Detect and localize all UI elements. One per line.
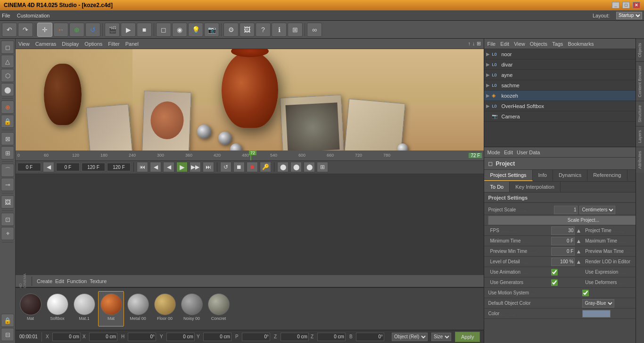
mintime-spinner[interactable]: ▲	[576, 238, 581, 244]
timeline-btn[interactable]: ⊡	[1, 213, 14, 226]
panel-menu[interactable]: Panel	[125, 41, 139, 47]
obj-edit-menu[interactable]: Edit	[500, 41, 509, 47]
obj-file-menu[interactable]: File	[487, 41, 495, 47]
side-tab-structure[interactable]: Structure	[636, 101, 644, 126]
polygon-btn[interactable]: △	[1, 55, 14, 68]
obj-row-overhead[interactable]: ▶ L0 OverHead Softbox	[484, 101, 644, 111]
render-view-btn[interactable]: 🖼	[1, 195, 14, 209]
sphere-btn[interactable]: ◉	[172, 23, 187, 37]
step-back-btn[interactable]: ◀	[150, 162, 161, 172]
tab-info[interactable]: Info	[533, 170, 553, 181]
layout-select[interactable]: Startup	[616, 12, 642, 19]
tab-project-settings[interactable]: Project Settings	[484, 170, 532, 181]
use-motion-checkbox[interactable]	[582, 290, 589, 296]
close-btn[interactable]: ✕	[633, 2, 640, 8]
lock-btn[interactable]: 🔒	[1, 314, 14, 327]
z2-input[interactable]	[317, 333, 346, 341]
render-btn[interactable]: 🖼	[239, 23, 255, 37]
edge-btn[interactable]: ⬡	[1, 69, 14, 82]
constraint-btn[interactable]: 🔒	[1, 115, 14, 128]
loop-btn[interactable]: ↺	[220, 162, 231, 172]
mat-item-2[interactable]: Mat.1	[71, 291, 97, 326]
key-nav-btn2[interactable]: ⬤	[290, 162, 302, 172]
play-btn[interactable]: ▶	[121, 23, 136, 37]
axis-btn[interactable]: ⊕	[1, 100, 14, 114]
bend-btn[interactable]: ⌒	[1, 164, 14, 177]
info-btn[interactable]: ℹ	[272, 23, 287, 37]
obj-view-menu[interactable]: View	[514, 41, 525, 47]
range-end-input[interactable]	[107, 163, 131, 171]
end-frame-input[interactable]	[82, 163, 105, 171]
render-settings-btn[interactable]: ⚙	[223, 23, 239, 37]
lod-input[interactable]	[551, 258, 575, 266]
color-swatch[interactable]	[582, 310, 611, 318]
z-input[interactable]	[281, 333, 309, 341]
obj-row-koozeh[interactable]: ▶ ◈ koozeh ✓	[484, 91, 644, 101]
mat-item-6[interactable]: Noisy 00	[179, 291, 205, 326]
scale-project-btn[interactable]: Scale Project...	[488, 216, 644, 225]
redo-btn[interactable]: ↷	[18, 23, 33, 37]
jump-start-btn[interactable]: ⏮	[137, 162, 148, 172]
vp-settings-icon[interactable]: ⊞	[477, 41, 481, 47]
side-tab-content[interactable]: Content Browser	[636, 61, 644, 101]
play-forward-btn[interactable]: ◀	[163, 162, 174, 172]
key-nav-btn3[interactable]: ⬤	[304, 162, 315, 172]
mat-item-3[interactable]: Mat	[98, 291, 124, 326]
window-btn[interactable]: ⊞	[288, 23, 303, 37]
obj-row-noor[interactable]: ▶ L0 noor	[484, 49, 644, 59]
cube-btn[interactable]: ◻	[156, 23, 171, 37]
menu-customization[interactable]: Customization	[17, 13, 50, 18]
obj-objects-menu[interactable]: Objects	[530, 41, 547, 47]
attr-mode-btn[interactable]: Mode	[487, 150, 500, 155]
preview-min-time-input[interactable]	[551, 247, 575, 256]
menu-file[interactable]: File	[2, 13, 10, 18]
side-tab-layers[interactable]: Layers	[636, 126, 644, 147]
step-fwd-btn[interactable]: ▶▶	[190, 162, 201, 172]
light-btn[interactable]: 💡	[188, 23, 203, 37]
start-frame-input[interactable]	[56, 163, 80, 171]
obj-row-sachme[interactable]: ▶ L0 sachme	[484, 80, 644, 91]
tab-key-interpolation[interactable]: Key Interpolation	[510, 182, 561, 192]
mat-texture-menu[interactable]: Texture	[90, 278, 107, 284]
camera-view-btn[interactable]: ⌖	[1, 227, 14, 240]
side-tab-attr[interactable]: Attributes	[636, 147, 644, 173]
min-time-input[interactable]	[551, 237, 575, 245]
vp-expand-icon[interactable]: ↑	[468, 41, 471, 47]
display-menu[interactable]: Display	[62, 41, 79, 47]
side-tab-objects[interactable]: Objects	[636, 39, 644, 61]
use-anim-checkbox[interactable]	[551, 269, 558, 276]
cam-btn[interactable]: 📷	[204, 23, 219, 37]
rotate-tool-btn[interactable]: ↺	[85, 23, 100, 37]
apply-button[interactable]: Apply	[455, 332, 480, 342]
obj-tags-menu[interactable]: Tags	[552, 41, 563, 47]
frame-back-btn[interactable]: ◀	[43, 162, 54, 172]
jump-end-btn[interactable]: ⏭	[203, 162, 214, 172]
timeline-track[interactable]	[16, 174, 484, 276]
size-select[interactable]: Size	[431, 333, 451, 341]
scale-tool-btn[interactable]: ⊕	[69, 23, 84, 37]
attr-edit-btn[interactable]: Edit	[504, 150, 513, 155]
coord-mode-select[interactable]: Object (Rel)	[392, 333, 428, 341]
record-btn[interactable]: ⏺	[247, 162, 258, 172]
layer-btn[interactable]: ⊟	[1, 328, 14, 341]
model-mode-btn[interactable]: ◻	[1, 41, 14, 54]
default-color-select[interactable]: Gray-Blue	[582, 299, 614, 308]
h-input[interactable]	[128, 333, 156, 341]
mat-function-menu[interactable]: Function	[67, 278, 87, 284]
tab-todo[interactable]: To Do	[484, 182, 510, 192]
options-menu[interactable]: Options	[84, 41, 102, 47]
current-frame-input[interactable]	[17, 163, 41, 171]
stop-btn[interactable]: ■	[137, 23, 152, 37]
add-object-btn[interactable]: 🎬	[105, 23, 120, 37]
stop-btn[interactable]: ⏹	[233, 162, 245, 172]
project-scale-input[interactable]	[554, 206, 578, 214]
mat-create-menu[interactable]: Create	[37, 278, 52, 284]
play-btn[interactable]: ▶	[176, 162, 188, 172]
key-nav-btn[interactable]: ⬤	[277, 162, 289, 172]
help-btn[interactable]: ?	[256, 23, 271, 37]
grid-btn[interactable]: ⊞	[1, 146, 14, 159]
twist-btn[interactable]: ⊸	[1, 178, 14, 191]
snap-btn[interactable]: ⊠	[1, 132, 14, 145]
lod-spinner[interactable]: ▲	[576, 259, 581, 265]
auto-key-btn[interactable]: 🔑	[260, 162, 271, 172]
